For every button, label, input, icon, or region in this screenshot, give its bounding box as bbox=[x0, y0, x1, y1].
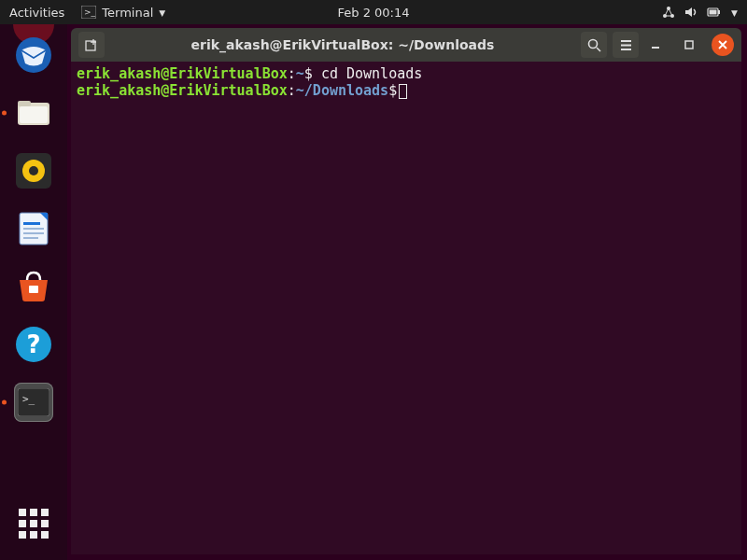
svg-rect-20 bbox=[29, 286, 38, 293]
new-tab-button[interactable] bbox=[78, 32, 105, 58]
svg-rect-6 bbox=[718, 10, 720, 14]
hamburger-menu-button[interactable] bbox=[613, 32, 639, 58]
svg-point-26 bbox=[588, 39, 597, 48]
new-tab-icon bbox=[84, 37, 99, 52]
close-button[interactable] bbox=[712, 34, 734, 56]
dock: ? >_ bbox=[0, 24, 67, 560]
close-icon bbox=[717, 39, 728, 50]
hamburger-icon bbox=[619, 38, 633, 52]
dock-libreoffice-writer[interactable] bbox=[14, 209, 53, 248]
network-icon bbox=[662, 6, 675, 19]
terminal-cursor bbox=[399, 84, 407, 99]
dock-help[interactable]: ? bbox=[14, 325, 53, 364]
dock-rhythmbox[interactable] bbox=[14, 151, 53, 190]
dock-terminal[interactable]: >_ bbox=[14, 383, 53, 422]
clock[interactable]: Feb 2 00:14 bbox=[337, 6, 409, 20]
battery-icon bbox=[707, 6, 722, 19]
svg-rect-7 bbox=[710, 10, 717, 15]
chevron-down-icon: ▼ bbox=[731, 8, 738, 18]
svg-rect-17 bbox=[23, 228, 44, 230]
system-status-area[interactable]: ▼ bbox=[662, 6, 738, 19]
svg-rect-19 bbox=[23, 237, 38, 239]
svg-text:>_: >_ bbox=[84, 7, 96, 17]
chevron-down-icon: ▼ bbox=[159, 8, 165, 18]
terminal-content[interactable]: erik_akash@ErikVirtualBox:~$ cd Download… bbox=[71, 62, 741, 554]
search-button[interactable] bbox=[581, 32, 607, 58]
terminal-window: erik_akash@ErikVirtualBox: ~/Downloads e… bbox=[71, 28, 741, 554]
gnome-topbar: Activities >_ Terminal ▼ Feb 2 00:14 ▼ bbox=[0, 0, 747, 24]
activities-button[interactable]: Activities bbox=[9, 6, 64, 20]
svg-text:?: ? bbox=[26, 330, 40, 358]
svg-text:>_: >_ bbox=[22, 393, 35, 405]
terminal-small-icon: >_ bbox=[81, 6, 96, 19]
maximize-button[interactable] bbox=[678, 34, 700, 56]
dock-ubuntu-software[interactable] bbox=[14, 267, 53, 306]
svg-rect-10 bbox=[18, 101, 31, 106]
dock-files[interactable] bbox=[14, 93, 53, 133]
show-applications-button[interactable] bbox=[14, 504, 53, 543]
svg-rect-27 bbox=[685, 41, 693, 49]
dock-thunderbird[interactable] bbox=[14, 35, 53, 75]
svg-point-14 bbox=[29, 166, 38, 175]
window-title: erik_akash@ErikVirtualBox: ~/Downloads bbox=[110, 37, 575, 52]
app-menu[interactable]: >_ Terminal ▼ bbox=[81, 6, 165, 20]
minimize-icon bbox=[650, 39, 661, 50]
svg-rect-18 bbox=[23, 232, 44, 234]
search-icon bbox=[587, 38, 601, 52]
maximize-icon bbox=[684, 39, 695, 50]
svg-rect-11 bbox=[20, 106, 48, 123]
window-titlebar[interactable]: erik_akash@ErikVirtualBox: ~/Downloads bbox=[71, 28, 741, 62]
minimize-button[interactable] bbox=[644, 34, 667, 56]
svg-rect-16 bbox=[23, 222, 40, 225]
volume-icon bbox=[684, 6, 698, 19]
